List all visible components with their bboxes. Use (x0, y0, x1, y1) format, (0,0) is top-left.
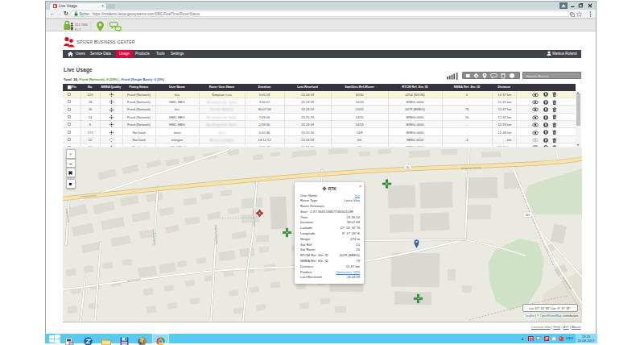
svg-text:30: 30 (406, 165, 409, 168)
svg-text:Industriestrasse: Industriestrasse (252, 208, 256, 227)
svg-text:480: 480 (525, 214, 530, 217)
svg-text:151 / 600: 151 / 600 (75, 23, 88, 27)
svg-text:P: P (545, 336, 548, 341)
